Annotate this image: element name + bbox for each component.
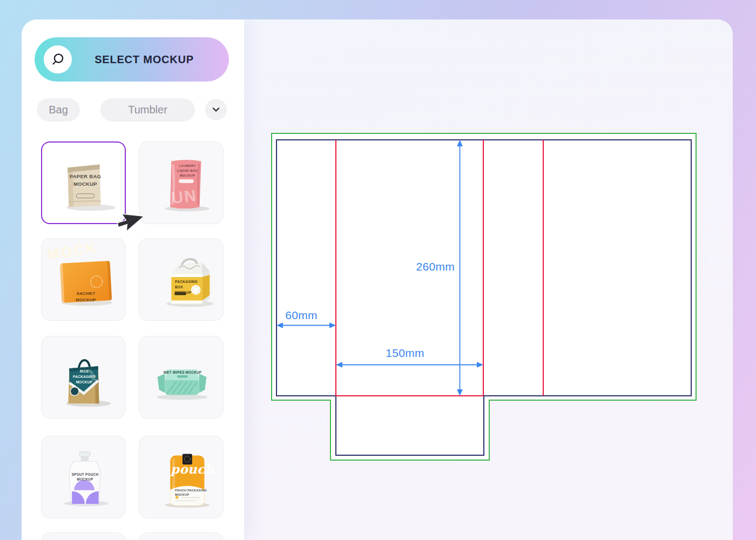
mockup-item-paper-bag[interactable]: PAPER BAG MOCKUP bbox=[41, 141, 126, 224]
chevron-down-icon bbox=[211, 105, 221, 114]
app-background: { "page": { "background": { "top_left": … bbox=[0, 0, 756, 540]
filter-chip-tumbler[interactable]: Tumbler bbox=[100, 98, 195, 122]
mockup-item-spout-pouch[interactable]: SPOUT POUCH MOCKUP bbox=[41, 436, 126, 518]
dimension-label-gusset: 60mm bbox=[279, 309, 324, 322]
mockup-item-packaging-box[interactable]: PACKAGING BOX MOCKUP bbox=[139, 238, 224, 321]
mockup-item-label: PACKAGING BOX MOCKUP bbox=[175, 279, 200, 295]
search-icon bbox=[44, 45, 72, 73]
mockup-item-partial-left[interactable] bbox=[41, 532, 126, 540]
filter-chip-bag[interactable]: Bag bbox=[37, 98, 80, 122]
dimension-label-height: 260mm bbox=[409, 260, 455, 273]
wet-wipes-image bbox=[139, 336, 223, 418]
mockup-item-label: POUCH PACKAGING MOCKUP bbox=[175, 488, 208, 497]
mockup-item-label: RICE PACKAGING MOCKUP bbox=[71, 369, 98, 384]
mockup-item-label: SACHET MOCKUP bbox=[70, 291, 102, 303]
main-card: SELECT MOCKUP Bag Tumbler PAPER BAG MOCK… bbox=[22, 19, 733, 540]
mockup-item-label: WET WIPES MOCKUP bbox=[158, 370, 207, 375]
dimension-label-width: 150mm bbox=[382, 347, 428, 360]
select-mockup-label: SELECT MOCKUP bbox=[94, 53, 194, 66]
more-filters-button[interactable] bbox=[205, 99, 227, 120]
select-mockup-button[interactable]: SELECT MOCKUP bbox=[35, 37, 229, 82]
mockup-sidebar: SELECT MOCKUP Bag Tumbler PAPER BAG MOCK… bbox=[22, 19, 244, 540]
mockup-brand-text: pouch bbox=[171, 460, 205, 479]
mockup-item-label: PAPER BAG MOCKUP bbox=[66, 173, 105, 188]
mockup-item-label: SPOUT POUCH MOCKUP bbox=[70, 472, 100, 482]
mockup-item-sachet[interactable]: MOCK SACHET MOCKUP bbox=[41, 238, 126, 321]
mockup-item-laundry-bag[interactable]: AUN LAUNDRY LIQUID BAG MOCKUP bbox=[139, 141, 224, 224]
mockup-item-pouch-packaging[interactable]: pouch POUCH PACKAGING MOCKUP bbox=[139, 436, 224, 518]
mockup-item-partial-right[interactable] bbox=[139, 532, 224, 540]
laundry-bag-image bbox=[139, 142, 223, 224]
mockup-item-rice-packaging[interactable]: RICE PACKAGING MOCKUP bbox=[41, 336, 126, 418]
mockup-item-wet-wipes[interactable]: WET WIPES MOCKUP bbox=[139, 336, 224, 418]
mockup-item-label: LAUNDRY LIQUID BAG MOCKUP bbox=[175, 164, 200, 178]
